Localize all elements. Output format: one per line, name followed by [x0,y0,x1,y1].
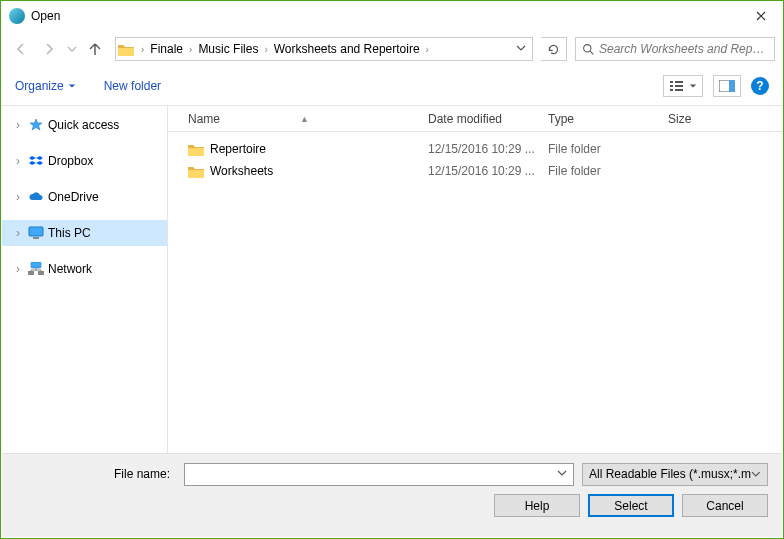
svg-rect-3 [670,85,673,87]
file-list: Name▲ Date modified Type Size Repertoire… [168,106,782,453]
chevron-down-icon[interactable] [557,467,567,481]
svg-rect-6 [675,89,683,91]
footer: File name: All Readable Files (*.musx;*.… [2,453,782,537]
breadcrumb-segment[interactable]: Finale [147,38,186,60]
svg-rect-5 [670,89,673,91]
preview-pane-button[interactable] [713,75,741,97]
sort-indicator-icon: ▲ [300,114,309,124]
cancel-button[interactable]: Cancel [682,494,768,517]
up-button[interactable] [83,37,107,61]
dropbox-icon [28,153,44,169]
tree-item-quick-access[interactable]: › Quick access [2,112,167,138]
breadcrumb-segment[interactable]: Worksheets and Repertoire [271,38,423,60]
tree-item-this-pc[interactable]: › This PC [2,220,167,246]
column-headers: Name▲ Date modified Type Size [168,106,782,132]
close-button[interactable] [738,2,783,31]
svg-rect-8 [729,80,735,92]
toolbar: Organize New folder ? [1,67,783,105]
address-bar[interactable]: › Finale › Music Files › Worksheets and … [115,37,533,61]
svg-rect-4 [675,85,683,87]
filename-input[interactable] [184,463,574,486]
window-title: Open [31,9,60,23]
help-button[interactable]: Help [494,494,580,517]
chevron-down-icon [751,469,761,479]
table-row[interactable]: Worksheets 12/15/2016 10:29 ... File fol… [168,160,782,182]
search-input[interactable]: Search Worksheets and Reper... [575,37,775,61]
chevron-right-icon[interactable]: › [186,44,195,55]
nav-row: › Finale › Music Files › Worksheets and … [1,31,783,67]
address-dropdown[interactable] [510,42,532,56]
chevron-down-icon [689,82,697,90]
svg-rect-11 [31,262,41,268]
cloud-icon [28,189,44,205]
table-row[interactable]: Repertoire 12/15/2016 10:29 ... File fol… [168,138,782,160]
expand-icon[interactable]: › [12,118,24,132]
expand-icon[interactable]: › [12,226,24,240]
refresh-button[interactable] [541,37,567,61]
chevron-right-icon[interactable]: › [138,44,147,55]
filetype-select[interactable]: All Readable Files (*.musx;*.mu [582,463,768,486]
filename-label: File name: [16,467,176,481]
svg-rect-12 [28,271,34,275]
svg-rect-2 [675,81,683,83]
tree-item-onedrive[interactable]: › OneDrive [2,184,167,210]
column-date[interactable]: Date modified [428,112,548,126]
app-icon [9,8,25,24]
column-type[interactable]: Type [548,112,668,126]
svg-rect-13 [38,271,44,275]
star-icon [28,117,44,133]
svg-rect-1 [670,81,673,83]
search-icon [582,43,595,56]
view-options-button[interactable] [663,75,703,97]
monitor-icon [28,225,44,241]
tree-item-network[interactable]: › Network [2,256,167,282]
breadcrumb-segment[interactable]: Music Files [195,38,261,60]
help-button[interactable]: ? [751,77,769,95]
svg-point-0 [584,44,591,51]
expand-icon[interactable]: › [12,190,24,204]
recent-dropdown[interactable] [65,37,79,61]
column-size[interactable]: Size [668,112,748,126]
select-button[interactable]: Select [588,494,674,517]
expand-icon[interactable]: › [12,262,24,276]
tree-item-dropbox[interactable]: › Dropbox [2,148,167,174]
folder-icon [118,41,134,57]
new-folder-button[interactable]: New folder [104,79,161,93]
main-area: › Quick access › Dropbox › OneDrive › Th… [2,105,782,453]
chevron-right-icon[interactable]: › [261,44,270,55]
organize-menu[interactable]: Organize [15,79,76,93]
navigation-tree: › Quick access › Dropbox › OneDrive › Th… [2,106,168,453]
folder-icon [188,163,204,179]
expand-icon[interactable]: › [12,154,24,168]
svg-rect-9 [29,227,43,236]
svg-rect-10 [33,237,39,239]
back-button[interactable] [9,37,33,61]
chevron-down-icon [68,82,76,90]
search-placeholder: Search Worksheets and Reper... [599,42,768,56]
folder-icon [188,141,204,157]
title-bar: Open [1,1,783,31]
forward-button[interactable] [37,37,61,61]
column-name[interactable]: Name▲ [188,112,428,126]
chevron-right-icon[interactable]: › [423,44,432,55]
network-icon [28,261,44,277]
